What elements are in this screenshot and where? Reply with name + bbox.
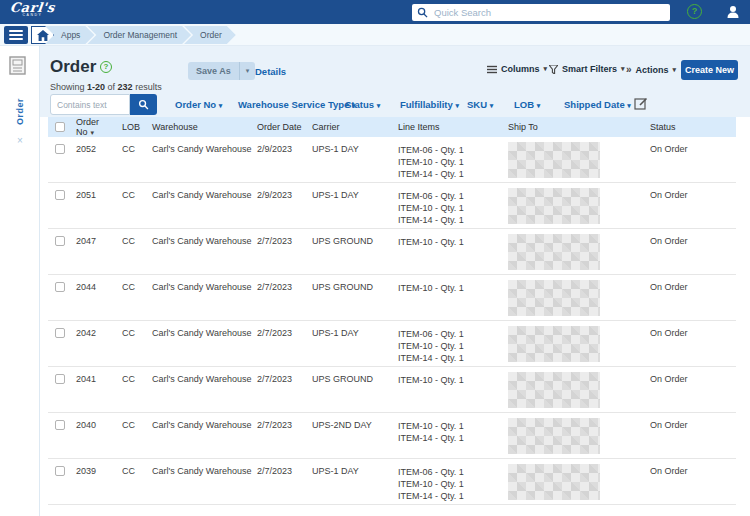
line-item: ITEM-10 - Qty. 1 <box>398 374 504 386</box>
menu-icon[interactable] <box>4 26 28 44</box>
results-total: 232 <box>118 82 133 92</box>
line-item: ITEM-10 - Qty. 1 <box>398 236 504 248</box>
vertical-tab-order: Order × <box>0 98 40 146</box>
col-warehouse[interactable]: Warehouse <box>152 122 257 132</box>
chevron-down-icon: ▾ <box>377 102 381 109</box>
select-all-checkbox[interactable] <box>55 122 65 132</box>
columns-dropdown[interactable]: Columns ▾ <box>487 64 547 74</box>
col-carrier[interactable]: Carrier <box>312 122 398 132</box>
col-lob[interactable]: LOB <box>122 122 152 132</box>
cell-warehouse: Carl's Candy Warehouse <box>152 144 257 182</box>
table-row[interactable]: 2044 CC Carl's Candy Warehouse 2/7/2023 … <box>48 275 736 321</box>
row-checkbox[interactable] <box>55 420 65 430</box>
ship-to-redacted <box>508 188 600 224</box>
col-ship-to[interactable]: Ship To <box>508 122 650 132</box>
filter-status[interactable]: Status ▾ <box>345 99 380 110</box>
cell-status: On Order <box>650 190 736 228</box>
row-checkbox[interactable] <box>55 190 65 200</box>
cell-warehouse: Carl's Candy Warehouse <box>152 190 257 228</box>
cell-warehouse: Carl's Candy Warehouse <box>152 236 257 274</box>
app-window: Carl's CANDY ? Apps Order Management <box>0 0 750 516</box>
cell-order-date: 2/7/2023 <box>257 282 312 320</box>
cell-order-date: 2/7/2023 <box>257 328 312 366</box>
table-header-row: Order No▾ LOB Warehouse Order Date Carri… <box>48 117 736 137</box>
cell-line-items: ITEM-10 - Qty. 1 <box>398 374 508 412</box>
filter-lob[interactable]: LOB ▾ <box>514 99 540 110</box>
ship-to-redacted <box>508 142 600 178</box>
row-checkbox[interactable] <box>55 374 65 384</box>
col-order-no[interactable]: Order No▾ <box>76 117 122 137</box>
chevron-down-icon: ▾ <box>673 66 677 74</box>
cell-lob: CC <box>122 466 152 504</box>
save-as-caret-icon[interactable]: ▾ <box>240 62 256 80</box>
create-new-button[interactable]: Create New <box>681 60 738 80</box>
table-row[interactable]: 2052 CC Carl's Candy Warehouse 2/9/2023 … <box>48 137 736 183</box>
line-item: ITEM-10 - Qty. 1 <box>398 340 504 352</box>
double-chevron-icon: » <box>626 64 632 75</box>
cell-warehouse: Carl's Candy Warehouse <box>152 466 257 504</box>
line-item: ITEM-06 - Qty. 1 <box>398 328 504 340</box>
page-help-icon[interactable]: ? <box>100 61 112 73</box>
row-checkbox[interactable] <box>55 236 65 246</box>
cell-line-items: ITEM-10 - Qty. 1ITEM-14 - Qty. 1 <box>398 420 508 458</box>
row-checkbox[interactable] <box>55 282 65 292</box>
filter-icon <box>549 65 558 74</box>
quick-search-input[interactable] <box>412 4 670 21</box>
edit-filters-icon[interactable] <box>634 97 648 111</box>
user-icon[interactable] <box>725 4 741 20</box>
cell-status: On Order <box>650 420 736 458</box>
col-order-date[interactable]: Order Date <box>257 122 312 132</box>
order-document-icon[interactable] <box>9 56 26 75</box>
cell-ship-to <box>508 374 650 412</box>
cell-order-no: 2051 <box>76 190 122 228</box>
filter-label: Shipped Date <box>564 99 625 110</box>
save-as-button[interactable]: Save As <box>188 62 240 80</box>
breadcrumb-apps[interactable]: Apps <box>45 26 94 44</box>
row-checkbox[interactable] <box>55 144 65 154</box>
cell-lob: CC <box>122 328 152 366</box>
filter-warehouse-service-type[interactable]: Warehouse Service Type ▾ <box>238 99 356 110</box>
cell-order-date: 2/9/2023 <box>257 144 312 182</box>
filter-fulfillability[interactable]: Fulfillability ▾ <box>400 99 459 110</box>
close-icon[interactable]: × <box>0 135 40 146</box>
chevron-down-icon: ▾ <box>219 102 223 109</box>
filter-order-no[interactable]: Order No ▾ <box>175 99 222 110</box>
cell-carrier: UPS-2ND DAY <box>312 420 398 458</box>
line-item: ITEM-10 - Qty. 1 <box>398 478 504 490</box>
actions-dropdown[interactable]: » Actions ▾ <box>626 64 676 75</box>
cell-ship-to <box>508 236 650 274</box>
table-row[interactable]: 2051 CC Carl's Candy Warehouse 2/9/2023 … <box>48 183 736 229</box>
help-icon[interactable]: ? <box>687 4 702 19</box>
table-row[interactable]: 2040 CC Carl's Candy Warehouse 2/7/2023 … <box>48 413 736 459</box>
contains-text-input[interactable] <box>50 94 130 115</box>
table-row[interactable]: 2042 CC Carl's Candy Warehouse 2/7/2023 … <box>48 321 736 367</box>
filter-label: Status <box>345 99 374 110</box>
table-row[interactable]: 2039 CC Carl's Candy Warehouse 2/7/2023 … <box>48 459 736 505</box>
main-content: Order ? Showing 1-20 of 232 results Save… <box>40 46 750 516</box>
breadcrumb-order-management[interactable]: Order Management <box>87 26 191 44</box>
breadcrumb-order[interactable]: Order <box>184 26 236 44</box>
line-item: ITEM-10 - Qty. 1 <box>398 282 504 294</box>
smart-filters-dropdown[interactable]: Smart Filters ▾ <box>549 64 625 74</box>
cell-ship-to <box>508 466 650 504</box>
chevron-down-icon: ▾ <box>627 102 631 109</box>
cell-order-date: 2/7/2023 <box>257 466 312 504</box>
row-checkbox[interactable] <box>55 466 65 476</box>
table-row[interactable]: 2047 CC Carl's Candy Warehouse 2/7/2023 … <box>48 229 736 275</box>
col-status[interactable]: Status <box>650 122 736 132</box>
col-label: Order No <box>76 117 99 137</box>
filter-sku[interactable]: SKU ▾ <box>467 99 493 110</box>
col-line-items[interactable]: Line Items <box>398 122 508 132</box>
filter-shipped-date[interactable]: Shipped Date ▾ <box>564 99 631 110</box>
vertical-tab-label[interactable]: Order <box>15 98 25 125</box>
details-link[interactable]: Details <box>255 66 286 77</box>
cell-lob: CC <box>122 282 152 320</box>
filter-label: Warehouse Service Type <box>238 99 349 110</box>
breadcrumb: Apps Order Management Order <box>0 24 750 46</box>
ship-to-redacted <box>508 280 600 316</box>
line-item: ITEM-14 - Qty. 1 <box>398 168 504 180</box>
row-checkbox[interactable] <box>55 328 65 338</box>
filter-search-button[interactable] <box>130 94 157 115</box>
cell-warehouse: Carl's Candy Warehouse <box>152 420 257 458</box>
table-row[interactable]: 2041 CC Carl's Candy Warehouse 2/7/2023 … <box>48 367 736 413</box>
